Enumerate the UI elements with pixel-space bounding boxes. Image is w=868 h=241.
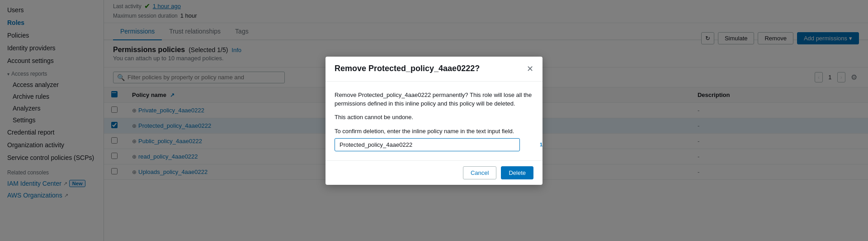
modal-header: Remove Protected_policy_4aae0222? ✕ (326, 57, 542, 82)
modal-action-note: This action cannot be undone. (335, 114, 533, 120)
modal-overlay: Remove Protected_policy_4aae0222? ✕ Remo… (0, 0, 868, 241)
modal-warning-text: Remove Protected_policy_4aae0222 permane… (335, 91, 533, 108)
modal-body: Remove Protected_policy_4aae0222 permane… (326, 82, 542, 160)
modal-input-wrapper: 1 2 (335, 138, 533, 151)
modal-close-button[interactable]: ✕ (527, 64, 533, 74)
modal-footer: Cancel Delete (326, 160, 542, 185)
modal-title: Remove Protected_policy_4aae0222? (335, 64, 480, 73)
annotation-1: 1 (540, 142, 542, 147)
delete-button[interactable]: Delete (501, 166, 533, 179)
cancel-button[interactable]: Cancel (463, 166, 496, 179)
delete-modal: Remove Protected_policy_4aae0222? ✕ Remo… (326, 57, 542, 185)
modal-confirm-label: To confirm deletion, enter the inline po… (335, 128, 533, 135)
modal-policy-name-input[interactable] (335, 138, 520, 151)
